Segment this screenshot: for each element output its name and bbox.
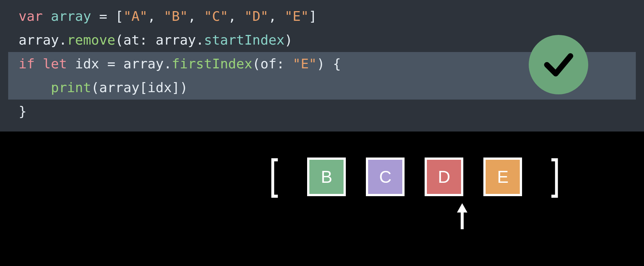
array-box-e: E (483, 158, 522, 196)
checkmark-icon (541, 47, 576, 82)
keyword-var: var (19, 9, 43, 24)
func-print: print (51, 80, 91, 95)
arrow-up-icon (455, 201, 470, 231)
var-name: array (51, 9, 91, 24)
bracket-open: [ (264, 155, 283, 199)
method-remove: remove (67, 32, 115, 48)
prop-startindex: startIndex (204, 32, 285, 48)
string-literal: "E" (284, 9, 309, 24)
string-literal: "C" (204, 9, 228, 24)
keyword-if: if (19, 56, 35, 71)
keyword-let: let (43, 56, 67, 71)
valid-badge (529, 35, 588, 94)
array-box-d: D (425, 158, 463, 196)
code-line-1: var array = ["A", "B", "C", "D", "E"] (0, 4, 644, 28)
array-box-c: C (366, 158, 405, 196)
string-literal: "E" (293, 56, 317, 71)
pointer-arrow (455, 201, 470, 234)
method-firstindex: firstIndex (172, 56, 252, 71)
array-visualization: [ BCDE ] (260, 155, 569, 199)
code-panel: var array = ["A", "B", "C", "D", "E"] ar… (0, 0, 644, 132)
array-box-b: B (307, 158, 346, 196)
string-literal: "B" (164, 9, 188, 24)
diagram-area: [ BCDE ] (0, 132, 644, 266)
string-literal: "D" (244, 9, 268, 24)
code-line-5: } (0, 100, 644, 123)
bracket-close: ] (546, 155, 565, 199)
string-literal: "A" (123, 9, 148, 24)
